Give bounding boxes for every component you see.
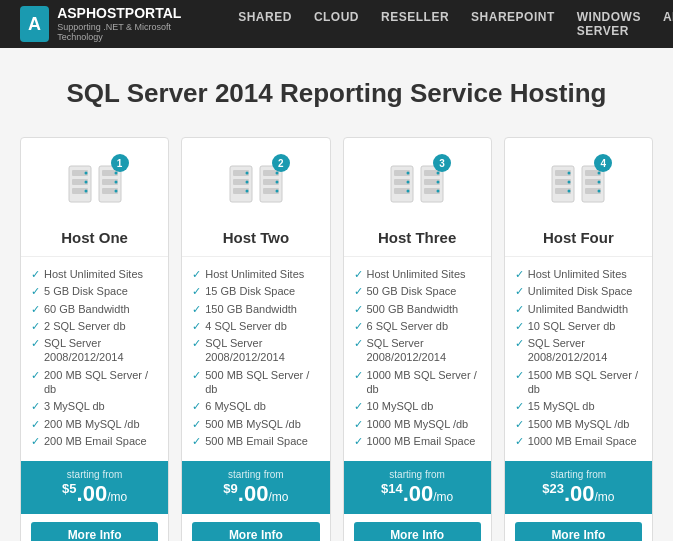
navbar: A ASPHOSTPORTAL Supporting .NET & Micros… xyxy=(0,0,673,48)
check-icon: ✓ xyxy=(354,368,363,382)
check-icon: ✓ xyxy=(31,319,40,333)
feature-text: 500 MB MySQL /db xyxy=(205,417,301,431)
svg-point-55 xyxy=(598,190,601,193)
feature-text: SQL Server 2008/2012/2014 xyxy=(205,336,319,365)
svg-point-46 xyxy=(568,172,571,175)
check-icon: ✓ xyxy=(354,417,363,431)
feature-text: 1500 MB SQL Server / db xyxy=(528,368,642,397)
feature-text: 6 MySQL db xyxy=(205,399,266,413)
svg-point-20 xyxy=(245,190,248,193)
feature-item: ✓ Unlimited Bandwidth xyxy=(515,302,642,316)
badge-number: 2 xyxy=(272,154,290,172)
svg-point-34 xyxy=(407,190,410,193)
feature-item: ✓ 200 MB MySQL /db xyxy=(31,417,158,431)
check-icon: ✓ xyxy=(192,368,201,382)
feature-item: ✓ 5 GB Disk Space xyxy=(31,284,158,298)
check-icon: ✓ xyxy=(354,302,363,316)
check-icon: ✓ xyxy=(515,336,524,350)
feature-text: SQL Server 2008/2012/2014 xyxy=(367,336,481,365)
check-icon: ✓ xyxy=(515,368,524,382)
nav-link[interactable]: ABOUT xyxy=(653,4,673,44)
feature-item: ✓ 500 GB Bandwidth xyxy=(354,302,481,316)
feature-text: Host Unlimited Sites xyxy=(44,267,143,281)
nav-link[interactable]: SHARED xyxy=(228,4,302,44)
feature-text: 10 MySQL db xyxy=(367,399,434,413)
feature-item: ✓ 1000 MB Email Space xyxy=(515,434,642,448)
page-title: SQL Server 2014 Reporting Service Hostin… xyxy=(20,78,653,109)
badge-number: 3 xyxy=(433,154,451,172)
more-info-button[interactable]: More Info xyxy=(354,522,481,541)
feature-text: 10 SQL Server db xyxy=(528,319,616,333)
card-features: ✓ Host Unlimited Sites ✓ 5 GB Disk Space… xyxy=(21,257,168,461)
check-icon: ✓ xyxy=(192,284,201,298)
check-icon: ✓ xyxy=(31,336,40,350)
svg-point-26 xyxy=(275,181,278,184)
nav-link[interactable]: SHAREPOINT xyxy=(461,4,565,44)
feature-item: ✓ Host Unlimited Sites xyxy=(31,267,158,281)
badge-number: 4 xyxy=(594,154,612,172)
feature-text: 60 GB Bandwidth xyxy=(44,302,130,316)
feature-item: ✓ 1000 MB MySQL /db xyxy=(354,417,481,431)
feature-item: ✓ 15 MySQL db xyxy=(515,399,642,413)
check-icon: ✓ xyxy=(192,319,201,333)
feature-item: ✓ 1500 MB MySQL /db xyxy=(515,417,642,431)
check-icon: ✓ xyxy=(354,336,363,350)
svg-point-33 xyxy=(407,181,410,184)
card-4: 4 Host Four ✓ Host Unlimited Sites ✓ Unl… xyxy=(504,137,653,541)
feature-text: Host Unlimited Sites xyxy=(205,267,304,281)
feature-text: 5 GB Disk Space xyxy=(44,284,128,298)
badge-number: 1 xyxy=(111,154,129,172)
feature-text: 6 SQL Server db xyxy=(367,319,449,333)
card-buttons: More Info Order Now xyxy=(182,514,329,541)
check-icon: ✓ xyxy=(515,417,524,431)
more-info-button[interactable]: More Info xyxy=(192,522,319,541)
card-name: Host Four xyxy=(515,229,642,246)
card-name: Host Three xyxy=(354,229,481,246)
feature-item: ✓ Host Unlimited Sites xyxy=(515,267,642,281)
check-icon: ✓ xyxy=(354,284,363,298)
feature-text: 4 SQL Server db xyxy=(205,319,287,333)
check-icon: ✓ xyxy=(192,399,201,413)
svg-point-47 xyxy=(568,181,571,184)
svg-point-25 xyxy=(275,172,278,175)
feature-item: ✓ 1000 MB SQL Server / db xyxy=(354,368,481,397)
feature-item: ✓ SQL Server 2008/2012/2014 xyxy=(515,336,642,365)
feature-text: 500 MB Email Space xyxy=(205,434,308,448)
feature-text: SQL Server 2008/2012/2014 xyxy=(44,336,158,365)
check-icon: ✓ xyxy=(515,267,524,281)
feature-item: ✓ 150 GB Bandwidth xyxy=(192,302,319,316)
feature-item: ✓ 200 MB Email Space xyxy=(31,434,158,448)
feature-item: ✓ 60 GB Bandwidth xyxy=(31,302,158,316)
feature-text: 15 MySQL db xyxy=(528,399,595,413)
feature-text: 50 GB Disk Space xyxy=(367,284,457,298)
card-price-box: starting from $14.00/mo xyxy=(344,461,491,513)
card-buttons: More Info Order Now xyxy=(505,514,652,541)
check-icon: ✓ xyxy=(515,284,524,298)
more-info-button[interactable]: More Info xyxy=(515,522,642,541)
card-header: 4 Host Four xyxy=(505,138,652,257)
feature-item: ✓ 50 GB Disk Space xyxy=(354,284,481,298)
feature-item: ✓ 1000 MB Email Space xyxy=(354,434,481,448)
logo-name: ASPHOSTPORTAL xyxy=(57,6,188,21)
card-features: ✓ Host Unlimited Sites ✓ 15 GB Disk Spac… xyxy=(182,257,329,461)
nav-link[interactable]: RESELLER xyxy=(371,4,459,44)
feature-item: ✓ 3 MySQL db xyxy=(31,399,158,413)
more-info-button[interactable]: More Info xyxy=(31,522,158,541)
feature-text: 200 MB Email Space xyxy=(44,434,147,448)
card-name: Host One xyxy=(31,229,158,246)
logo-sub: Supporting .NET & Microsoft Technology xyxy=(57,22,188,42)
feature-item: ✓ 1500 MB SQL Server / db xyxy=(515,368,642,397)
check-icon: ✓ xyxy=(515,399,524,413)
price: $9.00/mo xyxy=(190,482,321,505)
nav-link[interactable]: WINDOWS SERVER xyxy=(567,4,651,44)
price: $14.00/mo xyxy=(352,482,483,505)
card-price-box: starting from $23.00/mo xyxy=(505,461,652,513)
card-1: 1 Host One ✓ Host Unlimited Sites ✓ 5 GB… xyxy=(20,137,169,541)
svg-point-40 xyxy=(437,181,440,184)
svg-point-18 xyxy=(245,172,248,175)
nav-link[interactable]: CLOUD xyxy=(304,4,369,44)
starting-from-label: starting from xyxy=(352,469,483,480)
check-icon: ✓ xyxy=(31,368,40,382)
card-header: 3 Host Three xyxy=(344,138,491,257)
card-buttons: More Info Order Now xyxy=(344,514,491,541)
